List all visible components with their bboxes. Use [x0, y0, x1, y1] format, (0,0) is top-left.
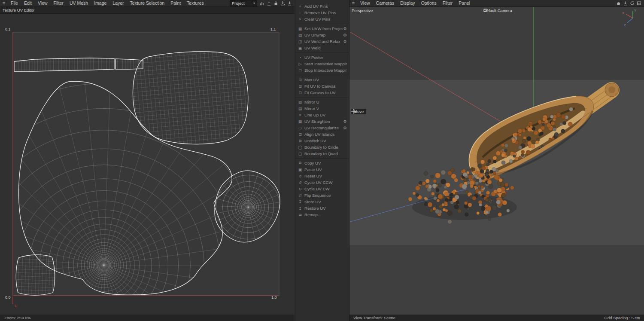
tool-uv-weld[interactable]: ▣UV Weld	[295, 45, 349, 51]
menu-item-uv-mesh[interactable]: UV Mesh	[67, 0, 91, 6]
tool-uv-straighten[interactable]: ▦UV Straighten⚙	[295, 118, 349, 125]
menu-item-display[interactable]: Display	[397, 0, 418, 6]
viewport-canvas[interactable]: Y X Z Perspective Default Camera Move	[349, 7, 644, 315]
menu-item-filter[interactable]: Filter	[51, 0, 67, 6]
uv-canvas[interactable]: U 0,1 1,1 0,0 1,0	[0, 14, 295, 315]
move-tool-indicator: Move	[351, 109, 368, 114]
tool-add-uv-pins[interactable]: +Add UV Pins	[295, 3, 349, 9]
menu-item-options[interactable]: Options	[418, 0, 440, 6]
tool-label: Fit Canvas to UV	[304, 90, 347, 95]
tool-group: ⊞Max UV⊡Fit UV to Canvas⊟Fit Canvas to U…	[295, 75, 349, 97]
tool-label: Align UV Islands	[304, 132, 347, 137]
pan-icon[interactable]	[616, 1, 621, 6]
tool-fit-canvas-to-uv[interactable]: ⊟Fit Canvas to UV	[295, 89, 349, 96]
tool-align-uv-islands[interactable]: ⊡Align UV Islands	[295, 131, 349, 138]
menu-item-panel[interactable]: Panel	[456, 0, 473, 6]
tool-uv-peeler[interactable]: ◔UV Peeler	[295, 54, 349, 61]
tool-boundary-to-circle[interactable]: ◯Boundary to Circle	[295, 144, 349, 150]
add-uv-pins-icon: +	[298, 4, 303, 9]
tool-store-uv[interactable]: ↧Store UV	[295, 199, 349, 205]
menu-item-texture-selection[interactable]: Texture Selection	[127, 0, 168, 6]
menu-item-view[interactable]: View	[357, 0, 373, 6]
uv-weld-icon: ▣	[298, 46, 303, 50]
tool-label: Set UVW from Projection	[304, 26, 343, 31]
tool-mirror-u[interactable]: ▥Mirror U	[295, 99, 349, 105]
tool-label: Boundary to Quad	[304, 151, 347, 156]
uv-tools-panel: +Add UV Pins−Remove UV Pins×Clear UV Pin…	[295, 0, 349, 321]
layout-icon[interactable]	[636, 1, 642, 6]
refresh-icon[interactable]	[629, 1, 635, 6]
menu-item-file[interactable]: File	[8, 0, 21, 6]
tool-set-uvw-from-projection[interactable]: ▦Set UVW from Projection⚙	[295, 25, 349, 32]
download-icon[interactable]	[287, 1, 292, 6]
line-up-uv-icon: ≡	[298, 113, 303, 117]
hamburger-icon[interactable]: ≡	[349, 0, 357, 6]
cycle-uv-cw-icon: ↻	[298, 187, 303, 191]
tool-clear-uv-pins[interactable]: ×Clear UV Pins	[295, 16, 349, 22]
tool-boundary-to-quad[interactable]: ▢Boundary to Quad	[295, 150, 349, 157]
tool-line-up-uv[interactable]: ≡Line Up UV	[295, 112, 349, 118]
boundary-to-circle-icon: ◯	[298, 145, 303, 150]
viewport-scene-svg[interactable]: Y X Z	[349, 7, 644, 315]
boundary-to-quad-icon: ▢	[298, 152, 303, 156]
gear-icon[interactable]: ⚙	[343, 119, 347, 124]
uv-editor-menus: FileEditViewFilterUV MeshImageLayerTextu…	[8, 0, 207, 6]
tool-uv-weld-and-relax[interactable]: ◫UV Weld and Relax⚙	[295, 38, 349, 45]
tool-restore-uv[interactable]: ↥Restore UV	[295, 205, 349, 211]
uv-wireframe-svg[interactable]: U	[0, 14, 295, 315]
tool-remove-uv-pins[interactable]: −Remove UV Pins	[295, 9, 349, 16]
tool-label: Cycle UV CCW	[304, 180, 347, 185]
tool-max-uv[interactable]: ⊞Max UV	[295, 76, 349, 83]
flip-sequence-icon: ⇄	[298, 193, 303, 198]
menu-item-paint[interactable]: Paint	[167, 0, 184, 6]
menu-item-textures[interactable]: Textures	[184, 0, 207, 6]
menu-item-view[interactable]: View	[35, 0, 51, 6]
uv-corner-10: 1,0	[271, 295, 277, 300]
gear-icon[interactable]: ⚙	[343, 39, 347, 44]
menu-item-filter[interactable]: Filter	[440, 0, 456, 6]
gear-icon[interactable]: ⚙	[343, 26, 347, 31]
max-uv-icon: ⊞	[298, 78, 303, 82]
gear-icon[interactable]: ⚙	[343, 33, 347, 37]
project-dropdown-value: Project	[232, 1, 245, 6]
menu-item-layer[interactable]: Layer	[109, 0, 127, 6]
reset-uv-icon: ↺	[298, 174, 303, 178]
tool-fit-uv-to-canvas[interactable]: ⊡Fit UV to Canvas	[295, 83, 349, 89]
camera-name[interactable]: Default Camera	[483, 8, 514, 13]
gizmo-x-label: X	[622, 11, 624, 15]
stats-icon[interactable]	[259, 1, 265, 6]
tool-label: UV Unwrap	[304, 33, 343, 37]
camera-type-label[interactable]: Perspective	[352, 8, 373, 13]
hamburger-icon[interactable]: ≡	[0, 0, 8, 6]
tool-remap[interactable]: ⇉Remap...	[295, 211, 349, 218]
menu-item-edit[interactable]: Edit	[21, 0, 35, 6]
tool-start-interactive-mapping[interactable]: ▷Start Interactive Mapping	[295, 61, 349, 67]
lock-icon[interactable]	[273, 1, 279, 6]
download-icon[interactable]	[623, 1, 628, 6]
tool-stop-interactive-mapping[interactable]: ◻Stop Interactive Mapping	[295, 67, 349, 73]
tool-label: Boundary to Circle	[304, 145, 347, 150]
tool-cycle-uv-ccw[interactable]: ↺Cycle UV CCW	[295, 179, 349, 186]
tool-unstitch-uv[interactable]: ⊠Unstitch UV	[295, 138, 349, 144]
menu-item-cameras[interactable]: Cameras	[373, 0, 398, 6]
gear-icon[interactable]: ⚙	[343, 125, 347, 130]
tool-label: UV Straighten	[304, 119, 343, 124]
tool-cycle-uv-cw[interactable]: ↻Cycle UV CW	[295, 186, 349, 192]
tool-copy-uv[interactable]: ⧉Copy UV	[295, 160, 349, 166]
tool-flip-sequence[interactable]: ⇄Flip Sequence	[295, 192, 349, 199]
tool-uv-unwrap[interactable]: ▤UV Unwrap⚙	[295, 32, 349, 38]
uv-island-small-grid	[15, 252, 58, 298]
tool-mirror-v[interactable]: ▤Mirror V	[295, 105, 349, 112]
uv-corner-00: 0,0	[5, 295, 11, 300]
tool-paste-uv[interactable]: ▣Paste UV	[295, 166, 349, 173]
import-icon[interactable]	[280, 1, 286, 6]
tool-reset-uv[interactable]: ↺Reset UV	[295, 173, 349, 179]
fit-canvas-to-uv-icon: ⊟	[298, 91, 303, 95]
upload-icon[interactable]	[266, 1, 272, 6]
menu-item-image[interactable]: Image	[91, 0, 109, 6]
project-dropdown[interactable]: Project ▾	[230, 0, 257, 6]
align-uv-islands-icon: ⊡	[298, 132, 303, 137]
tool-group: ▥Mirror U▤Mirror V≡Line Up UV▦UV Straigh…	[295, 97, 349, 158]
tool-group: ◔UV Peeler▷Start Interactive Mapping◻Sto…	[295, 52, 349, 75]
tool-uv-rectangularize[interactable]: ▭UV Rectangularize⚙	[295, 125, 349, 131]
